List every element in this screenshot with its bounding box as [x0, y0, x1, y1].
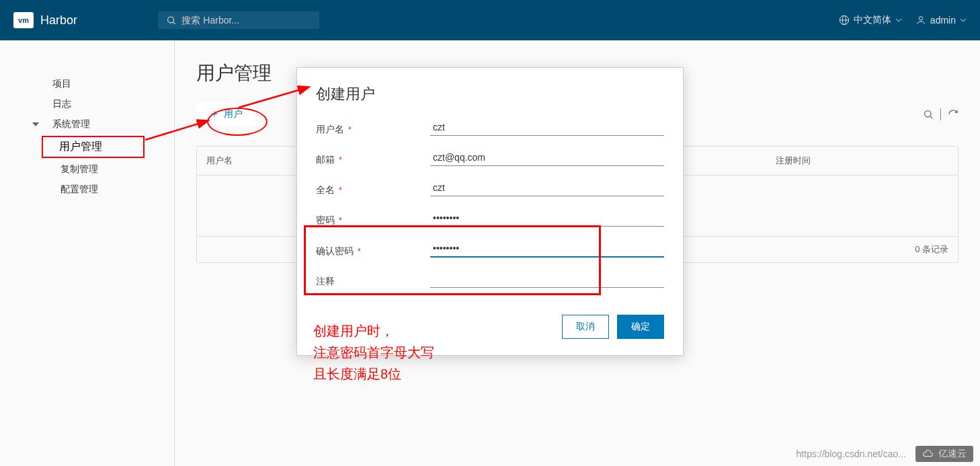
svg-line-1	[173, 22, 175, 24]
watermark-url: https://blog.csdn.net/cao...	[797, 449, 906, 459]
annotation-oval	[207, 108, 268, 136]
sidebar-item-config[interactable]: 配置管理	[0, 180, 174, 200]
user-icon	[915, 15, 926, 26]
svg-point-6	[925, 110, 931, 116]
svg-point-5	[919, 17, 922, 20]
required-asterisk: *	[348, 125, 352, 134]
app-logo: vm Harbor	[13, 12, 77, 28]
sidebar-group-system[interactable]: 系统管理	[0, 114, 174, 134]
password-input[interactable]	[430, 211, 664, 227]
annotation-password-box	[304, 225, 601, 295]
logo-text: Harbor	[40, 13, 77, 28]
search-bar[interactable]	[158, 11, 319, 29]
required-asterisk: *	[339, 216, 342, 225]
col-regtime[interactable]: 注册时间	[776, 155, 948, 167]
annotation-line1: 创建用户时，	[313, 320, 434, 342]
sidebar-item-projects[interactable]: 项目	[0, 74, 174, 94]
search-icon	[166, 15, 176, 26]
fullname-input[interactable]	[430, 181, 664, 196]
cancel-button[interactable]: 取消	[562, 315, 609, 339]
toolbar-divider	[940, 108, 941, 120]
required-asterisk: *	[339, 155, 342, 165]
globe-icon	[839, 15, 850, 26]
annotation-line3: 且长度满足8位	[313, 363, 434, 385]
language-selector[interactable]: 中文简体	[839, 14, 902, 26]
chevron-down-icon	[960, 17, 967, 24]
svg-point-0	[168, 17, 174, 23]
modal-title: 创建用户	[316, 84, 664, 104]
sidebar-item-replication[interactable]: 复制管理	[0, 159, 174, 180]
sidebar-item-user-mgmt[interactable]: 用户管理	[42, 136, 145, 158]
logo-mark: vm	[13, 12, 34, 28]
sidebar-item-logs[interactable]: 日志	[0, 94, 174, 114]
email-label: 邮箱	[316, 154, 335, 166]
ok-button[interactable]: 确定	[617, 315, 664, 339]
watermark-brand-text: 亿速云	[938, 448, 967, 460]
chevron-down-icon	[895, 17, 902, 24]
user-label: admin	[930, 15, 956, 26]
username-input[interactable]	[430, 120, 664, 136]
svg-line-7	[930, 116, 932, 118]
username-label: 用户名	[316, 124, 344, 136]
app-header: vm Harbor 中文简体 admin	[0, 0, 980, 40]
cloud-icon	[922, 450, 934, 458]
search-icon[interactable]	[923, 109, 934, 120]
annotation-line2: 注意密码首字母大写	[313, 342, 434, 363]
email-input[interactable]	[430, 151, 664, 166]
sidebar: 项目 日志 系统管理 用户管理 复制管理 配置管理	[0, 40, 175, 466]
required-asterisk: *	[339, 186, 342, 195]
fullname-label: 全名	[316, 184, 335, 196]
refresh-icon[interactable]	[948, 109, 958, 120]
language-label: 中文简体	[854, 14, 891, 26]
user-menu[interactable]: admin	[915, 15, 967, 26]
create-user-modal: 创建用户 用户名* 邮箱* 全名* 密码* 确认密码* 注释 取消 确定	[296, 67, 684, 356]
annotation-text: 创建用户时， 注意密码首字母大写 且长度满足8位	[313, 320, 434, 385]
watermark-brand: 亿速云	[915, 446, 973, 462]
search-input[interactable]	[181, 15, 311, 26]
